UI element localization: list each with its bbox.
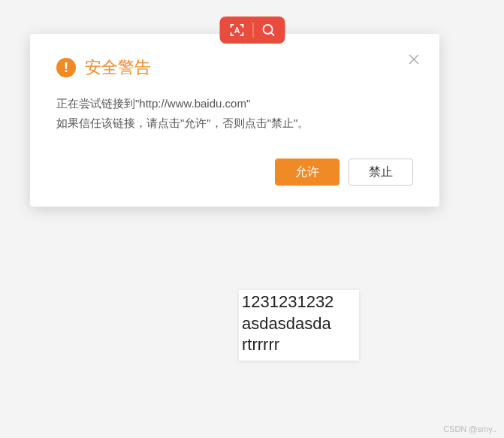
warning-mark: ! xyxy=(64,60,68,76)
dialog-body: 正在尝试链接到"http://www.baidu.com" 如果信任该链接，请点… xyxy=(56,94,413,132)
text-line3: rtrrrrr xyxy=(242,334,356,356)
warning-icon: ! xyxy=(56,58,76,77)
dialog-title: 安全警告 xyxy=(85,56,151,79)
dialog-body-line1: 正在尝试链接到"http://www.baidu.com" xyxy=(56,94,413,113)
dialog-header: ! 安全警告 xyxy=(56,56,413,79)
deny-button[interactable]: 禁止 xyxy=(349,159,413,186)
close-button[interactable] xyxy=(405,50,423,68)
svg-line-2 xyxy=(271,33,274,36)
toolbar-divider xyxy=(252,23,253,38)
dialog-body-line2: 如果信任该链接，请点击"允许"，否则点击"禁止"。 xyxy=(56,113,413,133)
svg-text:A: A xyxy=(234,26,239,35)
top-toolbar: A xyxy=(219,17,285,44)
text-content-block: 1231231232 asdasdasda rtrrrrr xyxy=(239,290,359,361)
text-line1: 1231231232 xyxy=(242,291,356,313)
search-icon[interactable] xyxy=(261,23,276,38)
watermark: CSDN @smy.. xyxy=(443,424,496,433)
allow-button[interactable]: 允许 xyxy=(275,159,340,186)
ocr-icon[interactable]: A xyxy=(228,22,245,38)
text-line2: asdasdasda xyxy=(242,313,356,335)
dialog-actions: 允许 禁止 xyxy=(56,159,413,186)
security-warning-dialog: ! 安全警告 正在尝试链接到"http://www.baidu.com" 如果信… xyxy=(30,34,439,207)
